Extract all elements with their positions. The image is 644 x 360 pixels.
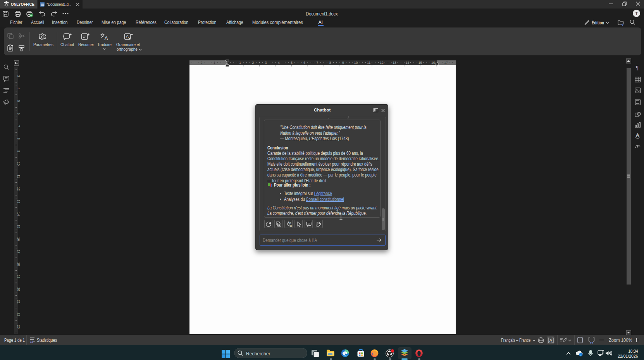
svg-text:A: A xyxy=(636,132,639,138)
svg-text:12: 12 xyxy=(30,340,33,343)
svg-text:5: 5 xyxy=(17,100,21,102)
svg-text:14: 14 xyxy=(17,212,21,216)
svg-text:11: 11 xyxy=(17,175,21,178)
svg-text:9: 9 xyxy=(17,150,21,152)
svg-text:6: 6 xyxy=(17,113,21,115)
svg-text:10: 10 xyxy=(17,162,21,166)
svg-text:A: A xyxy=(289,221,291,224)
svg-text:20: 20 xyxy=(17,287,21,291)
svg-text:i: i xyxy=(580,353,581,357)
svg-text:21: 21 xyxy=(17,300,21,304)
svg-text:19: 19 xyxy=(17,275,21,279)
svg-text:B: B xyxy=(290,225,292,227)
svg-text:16: 16 xyxy=(17,237,21,241)
svg-text:15: 15 xyxy=(17,225,21,228)
svg-text:3: 3 xyxy=(17,75,21,77)
svg-text:18: 18 xyxy=(17,262,21,266)
svg-text:12: 12 xyxy=(17,187,21,191)
svg-text:13: 13 xyxy=(17,200,21,204)
svg-text:22: 22 xyxy=(17,312,21,316)
svg-text:4: 4 xyxy=(17,87,21,89)
svg-text:7: 7 xyxy=(17,125,21,127)
svg-text:8: 8 xyxy=(17,138,21,140)
svg-text:¶: ¶ xyxy=(635,65,639,71)
svg-text:23: 23 xyxy=(17,325,21,329)
svg-text:A: A xyxy=(549,338,552,343)
svg-text:17: 17 xyxy=(17,250,21,254)
